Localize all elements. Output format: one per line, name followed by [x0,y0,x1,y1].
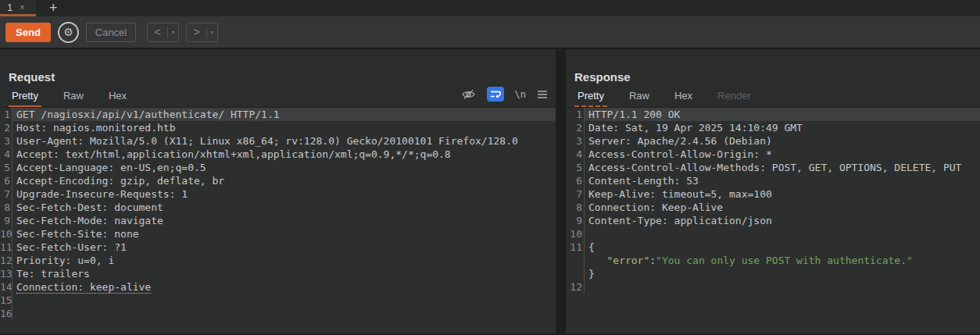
code-text [585,280,980,294]
line-number: 3 [566,134,585,148]
code-line[interactable]: 1GET /nagiosxi/api/v1/authenticate/ HTTP… [0,108,556,121]
chevron-left-icon: < [148,26,167,38]
line-number: 10 [0,227,13,241]
code-line[interactable]: "error":"You can only use POST with auth… [566,254,980,267]
word-wrap-icon[interactable] [487,87,504,102]
code-line[interactable]: 6Content-Length: 53 [566,174,980,187]
response-panel: Response Pretty Raw Hex Render 1HTTP/1.1… [566,49,980,333]
chevron-right-icon: > [187,26,206,38]
code-line[interactable]: 7Keep-Alive: timeout=5, max=100 [566,187,980,201]
message-panels: Request Pretty Raw Hex [0,49,980,333]
code-line[interactable]: 12Priority: u=0, i [0,254,556,267]
code-line[interactable]: 16 [0,307,556,320]
line-number: 1 [566,108,585,121]
code-line[interactable]: 10 [566,227,980,241]
chevron-down-icon[interactable]: ▾ [168,29,178,36]
line-number: 10 [566,227,585,241]
code-line[interactable]: 1HTTP/1.1 200 OK [566,108,980,121]
code-text: { [585,241,980,254]
code-line[interactable]: 3User-Agent: Mozilla/5.0 (X11; Linux x86… [0,134,556,148]
code-line[interactable]: 8Connection: Keep-Alive [566,201,980,214]
code-line[interactable]: 2Date: Sat, 19 Apr 2025 14:10:49 GMT [566,121,980,134]
line-number: 2 [0,121,13,134]
new-tab-button[interactable]: + [45,0,63,16]
line-number: 7 [0,187,13,201]
line-number: 2 [566,121,585,134]
code-line[interactable]: 9Sec-Fetch-Mode: navigate [0,214,556,227]
code-line[interactable]: 5Access-Control-Allow-Methods: POST, GET… [566,161,980,174]
eye-off-icon[interactable] [461,86,476,102]
line-number: 8 [0,201,13,214]
request-panel: Request Pretty Raw Hex [0,49,556,333]
line-number: 9 [566,214,585,227]
code-line[interactable]: 5Accept-Language: en-US,en;q=0.5 [0,161,556,174]
code-text: Content-Length: 53 [585,174,980,187]
gear-icon[interactable]: ⚙ [58,22,79,43]
code-line[interactable]: 14Connection: keep-alive [0,280,556,294]
code-line[interactable]: 3Server: Apache/2.4.56 (Debian) [566,134,980,148]
tab-raw[interactable]: Raw [626,90,653,107]
editor-menu-icon[interactable] [537,86,548,102]
code-text [13,294,556,307]
line-number: 11 [566,241,585,254]
repeater-toolbar: Send ⚙ Cancel < ▾ > ▾ [0,16,980,49]
close-icon[interactable]: × [20,2,24,12]
back-button[interactable]: < ▾ [147,23,179,42]
newline-chars-icon[interactable]: \n [515,86,526,102]
code-line[interactable]: 11Sec-Fetch-User: ?1 [0,241,556,254]
tab-pretty[interactable]: Pretty [574,90,607,107]
code-line[interactable]: 9Content-Type: application/json [566,214,980,227]
code-line[interactable]: 8Sec-Fetch-Dest: document [0,201,556,214]
tab-pretty[interactable]: Pretty [9,90,41,107]
line-number: 8 [566,201,585,214]
response-editor[interactable]: 1HTTP/1.1 200 OK2Date: Sat, 19 Apr 2025 … [566,107,980,333]
request-editor-icons: \n [461,86,551,107]
repeater-tab-bar: 1 × + [0,0,980,16]
code-text: Te: trailers [13,267,556,280]
line-number: 7 [566,187,585,201]
send-button[interactable]: Send [5,23,51,42]
code-line[interactable]: } [566,267,980,280]
cancel-button[interactable]: Cancel [86,23,136,42]
code-text: Content-Type: application/json [585,214,980,227]
request-editor[interactable]: 1GET /nagiosxi/api/v1/authenticate/ HTTP… [0,107,556,333]
chevron-down-icon[interactable]: ▾ [207,29,217,36]
code-text [13,307,556,320]
tab-hex[interactable]: Hex [106,90,130,107]
line-number: 9 [0,214,13,227]
code-text: Sec-Fetch-Site: none [13,227,556,241]
code-text: Accept-Encoding: gzip, deflate, br [13,174,556,187]
code-line[interactable]: 13Te: trailers [0,267,556,280]
line-number: 6 [566,174,585,187]
request-panel-title: Request [9,70,556,84]
code-text: User-Agent: Mozilla/5.0 (X11; Linux x86_… [13,134,556,148]
code-line[interactable]: 15 [0,294,556,307]
code-text: Date: Sat, 19 Apr 2025 14:10:49 GMT [585,121,980,134]
forward-button[interactable]: > ▾ [186,23,218,42]
code-line[interactable]: 6Accept-Encoding: gzip, deflate, br [0,174,556,187]
code-text: Accept: text/html,application/xhtml+xml,… [13,148,556,161]
code-line[interactable]: 2Host: nagios.monitored.htb [0,121,556,134]
line-number: 4 [0,148,13,161]
tab-raw[interactable]: Raw [60,90,87,107]
line-number: 1 [0,108,13,121]
tab-render: Render [714,90,754,107]
line-number: 12 [566,280,585,294]
line-number: 5 [566,161,585,174]
code-line[interactable]: 4Accept: text/html,application/xhtml+xml… [0,148,556,161]
panel-divider[interactable] [556,49,566,333]
line-number [566,254,585,267]
code-line[interactable]: 4Access-Control-Allow-Origin: * [566,148,980,161]
code-text: Access-Control-Allow-Origin: * [585,148,980,161]
line-number: 4 [566,148,585,161]
line-number: 15 [0,294,13,307]
code-line[interactable]: 10Sec-Fetch-Site: none [0,227,556,241]
code-line[interactable]: 12 [566,280,980,294]
code-text: Sec-Fetch-User: ?1 [13,241,556,254]
repeater-tab-1[interactable]: 1 × [0,0,36,16]
line-number: 12 [0,254,13,267]
line-number: 16 [0,307,13,320]
tab-hex[interactable]: Hex [671,90,696,107]
code-line[interactable]: 11{ [566,241,980,254]
code-line[interactable]: 7Upgrade-Insecure-Requests: 1 [0,187,556,201]
